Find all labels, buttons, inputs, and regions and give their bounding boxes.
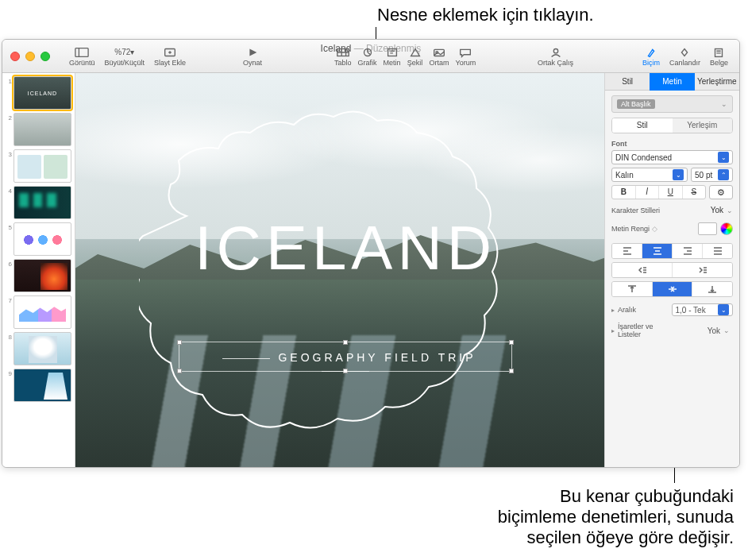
inspector-tab-text[interactable]: Metin: [650, 73, 694, 91]
thumb-index: 5: [6, 222, 13, 231]
slide[interactable]: ICELAND GEOGRAPHY FIELD TRIP: [75, 73, 604, 468]
align-right-button[interactable]: [673, 244, 703, 258]
minimize-window-button[interactable]: [25, 52, 35, 61]
annotation-bottom-l1: Bu kenar çubuğundaki: [498, 486, 734, 507]
table-icon: [335, 46, 351, 59]
selection-handle-nw[interactable]: [177, 340, 182, 345]
valign-top-button[interactable]: [612, 282, 653, 296]
align-center-button[interactable]: [642, 244, 673, 258]
text-advanced-button[interactable]: ⚙︎: [709, 185, 733, 199]
zoom-window-button[interactable]: [40, 52, 50, 61]
format-icon: [643, 46, 659, 59]
slide-thumb-7[interactable]: [13, 295, 71, 329]
thumb-index: 9: [6, 369, 13, 377]
svg-rect-11: [387, 49, 396, 56]
slide-title-text[interactable]: ICELAND: [171, 212, 520, 284]
strike-button[interactable]: S: [683, 186, 706, 199]
shape-button[interactable]: Şekil: [404, 41, 426, 72]
window-body: 1 2 3 4 5 6 7 8 9 ICELAND: [2, 73, 739, 467]
add-slide-button[interactable]: Slayt Ekle: [149, 41, 191, 72]
slide-thumb-5[interactable]: [13, 222, 71, 256]
font-family-select[interactable]: DIN Condensed⌄: [611, 150, 733, 164]
slide-thumb-9[interactable]: [13, 369, 71, 402]
format-inspector: Stil Metin Yerleştirme Alt Başlık ⌄ Stil…: [604, 73, 739, 467]
close-window-button[interactable]: [10, 52, 20, 61]
slide-thumb-8[interactable]: [13, 332, 71, 365]
font-weight-select[interactable]: Kalın⌄: [611, 168, 688, 182]
bullets-disclosure[interactable]: İşaretler ve Listeler Yok⌄: [611, 322, 733, 338]
subtab-style[interactable]: Stil: [612, 118, 673, 133]
subtitle-rule-left: [222, 358, 270, 359]
line-spacing-select[interactable]: 1,0 - Tek⌄: [672, 303, 734, 316]
inspector-tabs: Stil Metin Yerleştirme: [605, 73, 739, 91]
indent-button[interactable]: [673, 263, 732, 277]
text-color-well[interactable]: [698, 222, 717, 235]
vertical-align-group: [611, 281, 733, 297]
comment-button[interactable]: Yorum: [453, 41, 480, 72]
spacing-disclosure[interactable]: Aralık 1,0 - Tek⌄: [611, 303, 733, 316]
inspector-body: Alt Başlık ⌄ Stil Yerleşim Font DIN Cond…: [605, 91, 739, 346]
bullets-select[interactable]: Yok⌄: [673, 324, 734, 337]
slide-thumb-6[interactable]: [13, 259, 71, 292]
animate-icon: [677, 46, 692, 59]
play-button[interactable]: Oynat: [238, 41, 267, 72]
format-button[interactable]: Biçim: [638, 41, 665, 72]
inspector-tab-arrange[interactable]: Yerleştirme: [695, 73, 739, 91]
zoom-button[interactable]: %72 ▾ Büyüt/Küçült: [100, 41, 150, 72]
valign-middle-button[interactable]: [653, 282, 693, 296]
collaborate-icon: [548, 46, 564, 59]
thumb-index: 6: [6, 259, 13, 268]
document-button[interactable]: Belge: [705, 41, 733, 72]
slide-canvas[interactable]: ICELAND GEOGRAPHY FIELD TRIP: [75, 73, 604, 467]
media-button[interactable]: Ortam: [426, 41, 453, 72]
selection-handle-ne[interactable]: [509, 340, 514, 345]
subtitle-rule-right: [322, 371, 369, 372]
italic-button[interactable]: İ: [636, 186, 660, 199]
play-label: Oynat: [243, 59, 262, 67]
table-label: Tablo: [334, 59, 352, 67]
zoom-label: Büyüt/Küçült: [105, 59, 145, 67]
media-icon: [431, 46, 447, 59]
add-slide-icon: [162, 46, 178, 59]
inspector-tab-style[interactable]: Stil: [605, 73, 650, 91]
underline-button[interactable]: U: [659, 186, 683, 199]
slide-thumb-4[interactable]: [13, 186, 71, 219]
slide-thumb-2[interactable]: [13, 113, 71, 146]
slide-subtitle-text[interactable]: GEOGRAPHY FIELD TRIP: [187, 351, 504, 377]
align-left-button[interactable]: [612, 244, 642, 258]
svg-marker-18: [682, 49, 688, 56]
animate-button[interactable]: Canlandır: [665, 41, 705, 72]
document-label: Belge: [710, 59, 728, 67]
annotation-top: Nesne eklemek için tıklayın.: [377, 5, 594, 25]
color-picker-button[interactable]: [720, 222, 733, 235]
char-styles-value[interactable]: Yok⌄: [711, 206, 733, 214]
table-button[interactable]: Tablo: [331, 41, 355, 72]
selection-handle-n[interactable]: [343, 340, 348, 345]
slide-navigator[interactable]: 1 2 3 4 5 6 7 8 9: [2, 73, 75, 467]
zoom-value: %72 ▾: [117, 46, 133, 59]
inspector-toolbar-group: Biçim Canlandır Belge: [638, 40, 733, 73]
slide-thumb-1[interactable]: [13, 76, 71, 110]
subtab-layout[interactable]: Yerleşim: [673, 118, 733, 133]
chart-button[interactable]: Grafik: [355, 41, 380, 72]
text-button[interactable]: Metin: [380, 41, 404, 72]
align-justify-button[interactable]: [703, 244, 732, 258]
slide-thumb-3[interactable]: [13, 149, 71, 183]
collaborate-button[interactable]: Ortak Çalış: [533, 41, 578, 72]
paragraph-style-name: Alt Başlık: [617, 99, 655, 109]
font-size-field[interactable]: 50 pt⌃: [691, 168, 733, 182]
chart-label: Grafik: [358, 59, 377, 67]
selection-handle-sw[interactable]: [177, 369, 182, 373]
selection-handle-se[interactable]: [509, 369, 514, 373]
dropdown-arrow-icon: ⌄: [673, 169, 684, 180]
svg-rect-0: [75, 48, 88, 56]
text-label: Metin: [384, 59, 401, 67]
view-button[interactable]: Görüntü: [64, 41, 100, 72]
gear-icon: ⚙︎: [717, 187, 725, 198]
bold-button[interactable]: B: [612, 186, 636, 199]
paragraph-style-picker[interactable]: Alt Başlık ⌄: [611, 95, 733, 113]
valign-bottom-button[interactable]: [692, 282, 732, 296]
outdent-button[interactable]: [612, 263, 673, 277]
insert-toolbar-group: Tablo Grafik Metin Şekil Ortam Yorum: [331, 40, 479, 73]
text-icon: [384, 46, 400, 59]
